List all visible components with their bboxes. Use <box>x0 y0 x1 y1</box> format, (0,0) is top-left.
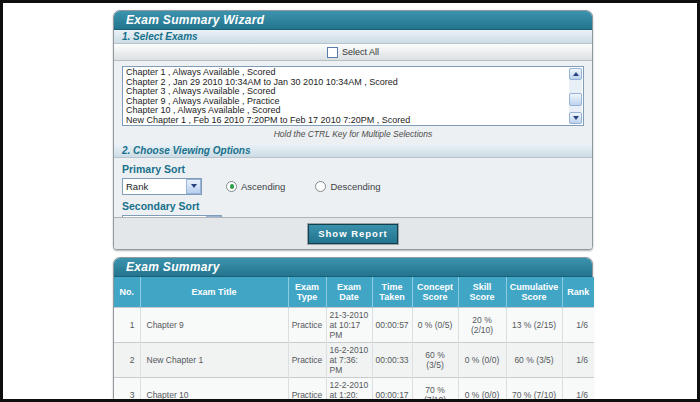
dropdown-arrow-icon <box>186 179 201 194</box>
column-header-cumulative-score: Cumulative Score <box>506 277 562 307</box>
primary-sort-label: Primary Sort <box>122 163 592 175</box>
screenshot-frame: Exam Summary Wizard 1. Select Exams Sele… <box>0 0 700 402</box>
select-all-checkbox[interactable] <box>327 47 338 58</box>
cell-rank: 1/6 <box>562 307 594 342</box>
table-row: 2 New Chapter 1 Practice 16-2-2010at 7:3… <box>114 342 594 377</box>
cell-no: 2 <box>114 342 140 377</box>
cell-skill-score: 0 % (0/0) <box>458 342 506 377</box>
primary-descending-label: Descending <box>330 181 380 192</box>
table-header-row: No. Exam Title Exam Type Exam Date Time … <box>114 277 594 307</box>
cell-exam-title: Chapter 9 <box>140 307 288 342</box>
cell-exam-date: 12-2-2010at 1:20: PM <box>326 377 372 399</box>
cell-concept-score: 0 % (0/5) <box>412 307 458 342</box>
scroll-up-icon <box>573 72 579 76</box>
scroll-up-button[interactable] <box>569 68 582 80</box>
cell-exam-type: Practice <box>288 307 326 342</box>
page-background: Exam Summary Wizard 1. Select Exams Sele… <box>3 3 697 399</box>
cell-cumulative-score: 13 % (2/15) <box>506 307 562 342</box>
table-row: 3 Chapter 10 Practice 12-2-2010at 1:20: … <box>114 377 594 399</box>
cell-skill-score: 0 % (0/0) <box>458 377 506 399</box>
exam-summary-wizard-panel: Exam Summary Wizard 1. Select Exams Sele… <box>113 10 593 250</box>
exam-summary-table: No. Exam Title Exam Type Exam Date Time … <box>114 277 594 399</box>
column-header-time-taken: Time Taken <box>372 277 412 307</box>
cell-exam-date: 16-2-2010at 7:36: PM <box>326 342 372 377</box>
cell-no: 1 <box>114 307 140 342</box>
cell-skill-score: 20 % (2/10) <box>458 307 506 342</box>
select-all-label: Select All <box>342 47 379 57</box>
viewing-options-heading: 2. Choose Viewing Options <box>114 144 592 158</box>
cell-exam-title: New Chapter 1 <box>140 342 288 377</box>
cell-time-taken: 00:00:33 <box>372 342 412 377</box>
scrollbar-track[interactable] <box>569 80 582 112</box>
column-header-exam-date: Exam Date <box>326 277 372 307</box>
secondary-sort-label: Secondary Sort <box>122 200 592 212</box>
summary-title: Exam Summary <box>114 258 592 277</box>
column-header-exam-title: Exam Title <box>140 277 288 307</box>
cell-concept-score: 70 % (7/10) <box>412 377 458 399</box>
primary-sort-select[interactable]: Rank <box>122 178 202 195</box>
exam-summary-panel: Exam Summary No. Exam Title Exam Type Ex… <box>113 257 593 399</box>
wizard-title: Exam Summary Wizard <box>114 11 592 30</box>
cell-rank: 1/6 <box>562 342 594 377</box>
select-all-row: Select All <box>114 44 592 61</box>
cell-rank: 1/6 <box>562 377 594 399</box>
listbox-scrollbar[interactable] <box>569 68 582 124</box>
primary-sort-row: Rank Ascending Descending <box>122 177 592 195</box>
primary-descending-option[interactable]: Descending <box>315 181 380 192</box>
cell-concept-score: 60 % (3/5) <box>412 342 458 377</box>
exam-list: Chapter 1 , Always Available , Scored Ch… <box>123 67 583 126</box>
column-header-concept-score: Concept Score <box>412 277 458 307</box>
primary-descending-radio[interactable] <box>315 181 326 192</box>
cell-exam-title: Chapter 10 <box>140 377 288 399</box>
ctrl-key-hint: Hold the CTRL Key for Multiple Selection… <box>114 129 592 139</box>
column-header-exam-type: Exam Type <box>288 277 326 307</box>
cell-cumulative-score: 70 % (7/10) <box>506 377 562 399</box>
exam-listbox[interactable]: Chapter 1 , Always Available , Scored Ch… <box>122 66 584 126</box>
table-row: 1 Chapter 9 Practice 21-3-2010at 10:17 P… <box>114 307 594 342</box>
scroll-down-button[interactable] <box>569 112 582 124</box>
exam-list-item[interactable]: New Chapter 1 , Feb 16 2010 7:20PM to Fe… <box>126 116 567 126</box>
column-header-skill-score: Skill Score <box>458 277 506 307</box>
cell-exam-type: Practice <box>288 342 326 377</box>
primary-ascending-radio[interactable] <box>226 181 237 192</box>
cell-no: 3 <box>114 377 140 399</box>
show-report-button[interactable]: Show Report <box>308 224 398 244</box>
column-header-rank: Rank <box>562 277 594 307</box>
primary-ascending-option[interactable]: Ascending <box>226 181 285 192</box>
scrollbar-thumb[interactable] <box>569 93 582 106</box>
cell-cumulative-score: 60 % (3/5) <box>506 342 562 377</box>
scroll-down-icon <box>573 116 579 120</box>
column-header-no: No. <box>114 277 140 307</box>
select-exams-heading: 1. Select Exams <box>114 30 592 44</box>
cell-exam-type: Practice <box>288 377 326 399</box>
wizard-footer: Show Report <box>114 217 592 249</box>
primary-ascending-label: Ascending <box>241 181 285 192</box>
primary-sort-value: Rank <box>126 181 148 192</box>
cell-time-taken: 00:00:17 <box>372 377 412 399</box>
cell-exam-date: 21-3-2010at 10:17 PM <box>326 307 372 342</box>
cell-time-taken: 00:00:57 <box>372 307 412 342</box>
